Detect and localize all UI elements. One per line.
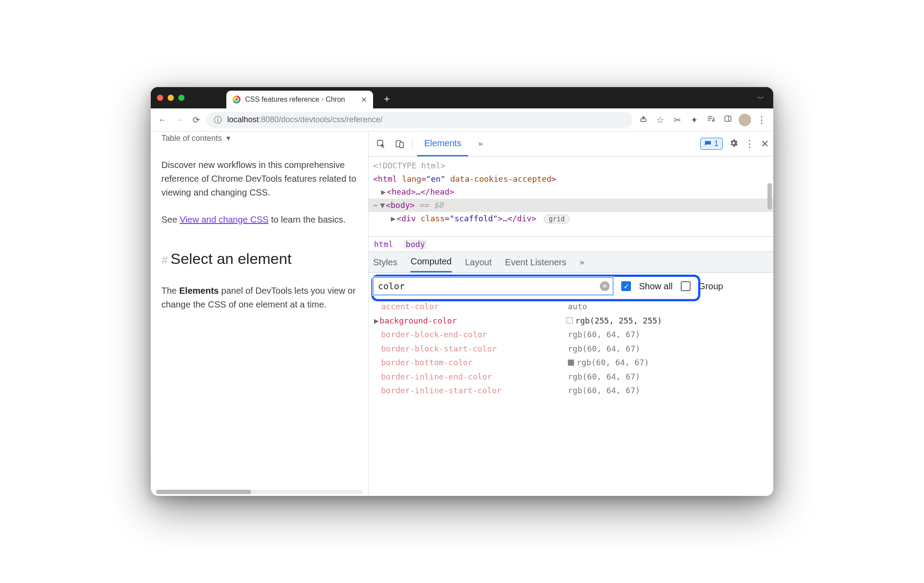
color-swatch[interactable]	[568, 359, 574, 366]
more-subtabs-icon[interactable]: »	[580, 252, 584, 272]
clear-input-icon[interactable]: ✕	[600, 281, 610, 291]
expand-icon[interactable]: ▶	[381, 185, 386, 199]
layout-tab[interactable]: Layout	[465, 252, 492, 272]
prop-value: rgb(255, 255, 255)	[566, 314, 662, 328]
color-swatch[interactable]	[566, 317, 573, 323]
playlist-icon[interactable]	[705, 114, 717, 125]
devtools-close-icon[interactable]: ✕	[761, 138, 769, 150]
show-all-label: Show all	[639, 281, 673, 292]
filter-row: ✕ ✓ Show all Group	[369, 273, 773, 299]
computed-tab[interactable]: Computed	[410, 252, 451, 272]
computed-row[interactable]: border-inline-start-color rgb(60, 64, 67…	[381, 383, 773, 398]
issues-count: 1	[714, 139, 719, 148]
devtools-menu-icon[interactable]: ⋮	[745, 138, 755, 150]
close-window-button[interactable]	[157, 95, 163, 101]
head-node[interactable]: ▶<head>…</head>	[373, 185, 771, 199]
section-text: The Elements panel of DevTools lets you …	[161, 284, 358, 311]
see-line: See View and change CSS to learn the bas…	[161, 213, 358, 227]
settings-gear-icon[interactable]	[729, 138, 739, 150]
computed-row[interactable]: accent-color auto	[381, 299, 773, 314]
heading-hash: #	[161, 251, 168, 269]
view-change-css-link[interactable]: View and change CSS	[180, 215, 269, 224]
svg-rect-6	[400, 142, 403, 148]
prop-value: rgb(60, 64, 67)	[568, 383, 640, 398]
extensions-icon[interactable]: ✦	[688, 115, 700, 125]
scissors-icon[interactable]: ✂	[671, 115, 683, 125]
breadcrumb: html body	[369, 236, 773, 252]
prop-name: accent-color	[381, 299, 568, 314]
expand-icon[interactable]: ▶	[391, 212, 396, 225]
prop-name: border-block-end-color	[381, 327, 568, 342]
tabstrip: CSS features reference - Chron ✕ ＋ ﹀	[151, 87, 773, 108]
device-toggle-icon[interactable]	[392, 136, 408, 152]
prop-name: border-inline-end-color	[381, 370, 568, 384]
prop-name: background-color	[380, 314, 566, 328]
toc-toggle[interactable]: Table of contents ▾	[161, 132, 358, 145]
prop-value: rgb(60, 64, 67)	[568, 370, 640, 384]
styles-tab[interactable]: Styles	[373, 252, 397, 272]
event-listeners-tab[interactable]: Event Listeners	[505, 252, 566, 272]
styles-subtabs: Styles Computed Layout Event Listeners »	[369, 252, 773, 273]
section-heading: Select an element	[170, 247, 291, 271]
filter-input[interactable]	[373, 277, 613, 295]
intro-text: Discover new workflows in this comprehen…	[161, 158, 358, 200]
inspect-icon[interactable]	[373, 136, 389, 152]
show-all-checkbox[interactable]: ✓	[621, 281, 631, 291]
share-icon[interactable]	[637, 114, 650, 125]
svg-rect-2	[725, 116, 731, 121]
prop-value: rgb(60, 64, 67)	[568, 355, 649, 370]
grid-badge[interactable]: grid	[544, 215, 570, 224]
issues-badge[interactable]: 1	[700, 138, 723, 150]
prop-value: auto	[568, 299, 587, 314]
body-node-selected[interactable]: ⋯ ▼ <body> == $0	[369, 199, 773, 212]
prop-name: border-inline-start-color	[381, 383, 568, 398]
tab-title: CSS features reference - Chron	[245, 96, 345, 104]
horizontal-scrollbar[interactable]	[156, 490, 363, 494]
collapse-icon[interactable]: ▼	[380, 199, 385, 212]
minimize-window-button[interactable]	[168, 95, 174, 101]
browser-window: CSS features reference - Chron ✕ ＋ ﹀ ← →…	[151, 87, 773, 496]
computed-list: accent-color auto ▶ background-color rgb…	[369, 299, 773, 496]
heading-row: # Select an element	[161, 247, 358, 271]
prop-value: rgb(60, 64, 67)	[568, 327, 640, 342]
reload-button[interactable]: ⟳	[190, 115, 202, 125]
bookmark-star-icon[interactable]: ☆	[654, 115, 667, 125]
toc-label: Table of contents	[161, 132, 222, 145]
html-node[interactable]: <html lang="en" data-cookies-accepted>	[373, 172, 771, 186]
chrome-icon	[233, 96, 241, 104]
traffic-lights	[157, 95, 185, 101]
back-button[interactable]: ←	[156, 115, 169, 125]
computed-row[interactable]: border-block-end-color rgb(60, 64, 67)	[381, 327, 773, 342]
computed-row[interactable]: ▶ background-color rgb(255, 255, 255)	[381, 314, 773, 328]
elements-tab[interactable]: Elements	[417, 132, 468, 156]
site-info-icon[interactable]: ⓘ	[214, 115, 222, 125]
computed-row[interactable]: border-block-start-color rgb(60, 64, 67)	[381, 342, 773, 356]
crumb-body[interactable]: body	[404, 240, 426, 249]
group-checkbox[interactable]	[681, 281, 691, 291]
devtools-top-toolbar: Elements » 1 ⋮ ✕	[369, 132, 773, 156]
omnibox[interactable]: ⓘ localhost:8080/docs/devtools/css/refer…	[207, 112, 633, 128]
sidepanel-icon[interactable]	[722, 115, 734, 125]
crumb-html[interactable]: html	[374, 240, 393, 249]
new-tab-button[interactable]: ＋	[382, 92, 392, 105]
browser-menu-icon[interactable]: ⋮	[755, 114, 768, 126]
forward-button[interactable]: →	[173, 115, 185, 125]
ellipsis-icon[interactable]: ⋯	[373, 199, 378, 212]
computed-row[interactable]: border-bottom-color rgb(60, 64, 67)	[381, 355, 773, 370]
dom-tree[interactable]: <!DOCTYPE html> <html lang="en" data-coo…	[369, 156, 773, 236]
maximize-window-button[interactable]	[178, 95, 185, 101]
group-label: Group	[699, 281, 723, 292]
tabs-dropdown-icon[interactable]: ﹀	[757, 94, 764, 104]
profile-avatar[interactable]	[739, 114, 751, 126]
dollar-zero: == $0	[419, 199, 443, 212]
tab-close-icon[interactable]: ✕	[361, 96, 367, 104]
url-text: localhost:8080/docs/devtools/css/referen…	[227, 115, 382, 124]
expand-icon[interactable]: ▶	[374, 314, 379, 328]
dom-scrollbar[interactable]	[767, 183, 772, 210]
doctype-node[interactable]: <!DOCTYPE html>	[373, 159, 771, 172]
browser-tab[interactable]: CSS features reference - Chron ✕	[226, 91, 373, 108]
webpage-panel: Table of contents ▾ Discover new workflo…	[151, 132, 369, 496]
computed-row[interactable]: border-inline-end-color rgb(60, 64, 67)	[381, 370, 773, 384]
more-tabs-icon[interactable]: »	[471, 132, 490, 156]
div-node[interactable]: ▶<div class="scaffold">…</div> grid	[373, 212, 771, 225]
